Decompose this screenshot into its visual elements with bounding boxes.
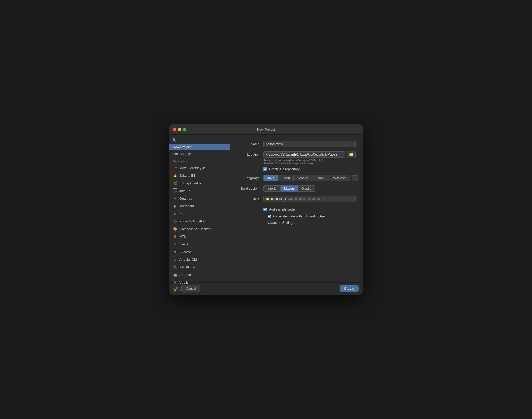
name-label: Name: — [237, 141, 260, 146]
jdk-row: JDK: 📁 openjdk-21 Oracle OpenJDK version… — [237, 196, 356, 202]
name-input[interactable] — [263, 141, 356, 147]
generate-onboarding-checkbox-row: Generate code with onboarding tips — [268, 214, 325, 218]
build-options: IntelliJ Maven Gradle — [263, 185, 356, 192]
build-maven-button[interactable]: Maven — [281, 185, 298, 192]
sidebar-item-compose[interactable]: 🎨 Compose for Desktop — [169, 225, 230, 233]
language-javascript-button[interactable]: JavaScript — [327, 175, 350, 181]
jdk-control: 📁 openjdk-21 Oracle OpenJDK version ▾ — [263, 196, 356, 202]
sidebar-item-react[interactable]: ⚛ React — [169, 240, 230, 248]
cancel-button[interactable]: Cancel — [181, 285, 200, 292]
sidebar-item-jakarta[interactable]: 🔥 Jakarta EE — [169, 172, 230, 179]
angular-icon: ▲ — [173, 257, 177, 262]
kotlin-mp-icon: ⬡ — [173, 219, 177, 224]
new-project-dialog: New Project 🔍 New Project Empty Project … — [169, 124, 363, 295]
generate-onboarding-checkbox[interactable] — [268, 215, 271, 218]
ide-plugin-label: IDE Plugin — [179, 265, 195, 269]
language-options: Java Kotlin Groovy Scala JavaScript — [263, 175, 350, 181]
language-kotlin-button[interactable]: Kotlin — [278, 175, 294, 181]
add-sample-label[interactable]: Add sample code — [269, 207, 295, 211]
titlebar: New Project — [169, 124, 363, 135]
traffic-lights — [173, 128, 186, 131]
location-input[interactable] — [263, 151, 345, 158]
micronaut-icon: μ — [173, 204, 177, 208]
create-button[interactable]: Create — [340, 285, 359, 292]
android-label: Android — [179, 273, 191, 277]
advanced-settings-chevron-icon: › — [263, 221, 264, 225]
sidebar-item-kotlin-mp[interactable]: ⬡ Kotlin Multiplatform — [169, 217, 230, 225]
build-control: IntelliJ Maven Gradle — [263, 185, 356, 192]
generate-onboarding-label[interactable]: Generate code with onboarding tips — [273, 214, 325, 218]
language-add-button[interactable]: + — [352, 175, 358, 181]
sidebar-item-angular[interactable]: ▲ Angular CLI — [169, 256, 230, 263]
jdk-dropdown[interactable]: 📁 openjdk-21 Oracle OpenJDK version ▾ — [263, 196, 356, 202]
main-panel: Name: Location: 📁 Project will be create… — [230, 135, 363, 282]
sidebar-item-spring[interactable]: 🌿 Spring Initializr — [169, 179, 230, 187]
new-project-label: New Project — [173, 145, 191, 149]
html-icon: 5 — [173, 234, 177, 239]
sidebar-item-android[interactable]: 🤖 Android — [169, 271, 230, 278]
sidebar-item-javafx[interactable]: FX JavaFX — [169, 187, 230, 194]
empty-project-label: Empty Project — [173, 152, 193, 156]
footer-left: ? Cancel — [173, 285, 200, 292]
location-control: 📁 Project will be created in: ~/Desktop/… — [263, 151, 356, 171]
jakarta-icon: 🔥 — [173, 173, 177, 178]
add-sample-row: Add sample code — [263, 206, 356, 211]
location-row: Location: 📁 Project will be created in: … — [237, 151, 356, 171]
browse-folder-button[interactable]: 📁 — [347, 151, 356, 158]
close-button[interactable] — [173, 128, 176, 131]
maximize-button[interactable] — [183, 128, 186, 131]
generators-section-label: Generators — [169, 157, 230, 164]
name-row: Name: — [237, 141, 356, 147]
create-git-row: Create Git repository — [263, 167, 356, 171]
sidebar-item-ide-plugin[interactable]: 🔌 IDE Plugin — [169, 263, 230, 271]
build-system-label: Build system: — [237, 185, 260, 190]
project-path-hint: Project will be created in: ~/Desktop/CS… — [263, 159, 356, 165]
ide-plugin-icon: 🔌 — [173, 265, 177, 269]
advanced-settings-row[interactable]: › Advanced Settings — [263, 221, 356, 225]
ktor-icon: ◈ — [173, 211, 177, 216]
create-git-checkbox[interactable] — [263, 167, 267, 171]
sidebar-item-micronaut[interactable]: μ Micronaut — [169, 202, 230, 210]
html-label: HTML — [179, 235, 188, 239]
build-system-row: Build system: IntelliJ Maven Gradle — [237, 185, 356, 192]
spring-label: Spring Initializr — [179, 181, 201, 185]
language-java-button[interactable]: Java — [263, 175, 278, 181]
sidebar-item-express[interactable]: ex Express — [169, 248, 230, 256]
language-control: Java Kotlin Groovy Scala JavaScript + — [263, 175, 358, 181]
search-bar: 🔍 — [169, 137, 230, 144]
maven-icon: m — [173, 165, 177, 170]
help-button[interactable]: ? — [173, 286, 179, 291]
javafx-icon: FX — [173, 188, 177, 193]
location-input-row: 📁 — [263, 151, 356, 158]
language-scala-button[interactable]: Scala — [312, 175, 328, 181]
minimize-button[interactable] — [178, 128, 181, 131]
language-groovy-button[interactable]: Groovy — [294, 175, 312, 181]
sidebar-item-html[interactable]: 5 HTML — [169, 233, 230, 240]
build-intellij-button[interactable]: IntelliJ — [263, 185, 281, 192]
compose-icon: 🎨 — [173, 227, 177, 231]
react-label: React — [179, 242, 188, 246]
language-row: Language: Java Kotlin Groovy Scala JavaS… — [237, 175, 356, 181]
create-git-label[interactable]: Create Git repository — [269, 167, 300, 171]
express-label: Express — [179, 250, 191, 254]
react-icon: ⚛ — [173, 242, 177, 246]
maven-label: Maven Archetype — [179, 166, 205, 170]
main-content: 🔍 New Project Empty Project Generators m… — [169, 135, 363, 282]
build-gradle-button[interactable]: Gradle — [298, 185, 315, 192]
search-icon: 🔍 — [172, 138, 176, 142]
sidebar-item-ktor[interactable]: ◈ Ktor — [169, 210, 230, 217]
jdk-version: Oracle OpenJDK version — [288, 197, 321, 201]
name-control — [263, 141, 356, 147]
javafx-label: JavaFX — [179, 189, 191, 193]
ktor-label: Ktor — [179, 212, 186, 216]
vue-icon: V — [173, 280, 177, 285]
sidebar-item-new-project[interactable]: New Project — [169, 144, 230, 150]
add-sample-checkbox[interactable] — [263, 208, 267, 211]
sidebar-item-maven[interactable]: m Maven Archetype — [169, 164, 230, 172]
sidebar-item-quarkus[interactable]: ❖ Quarkus — [169, 194, 230, 202]
sidebar-item-empty-project[interactable]: Empty Project — [169, 150, 230, 157]
sidebar-item-play2[interactable]: ▶ Play 2 — [169, 294, 230, 295]
jdk-folder-icon: 📁 — [266, 197, 270, 201]
jdk-chevron-icon: ▾ — [323, 197, 325, 201]
generate-onboarding-row: Generate code with onboarding tips — [268, 213, 356, 218]
